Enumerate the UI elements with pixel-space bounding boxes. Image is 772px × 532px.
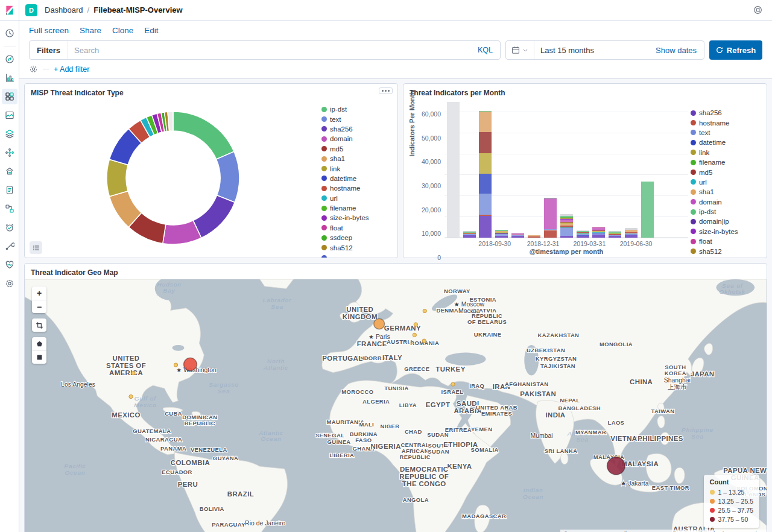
legend-item-url[interactable]: url (321, 194, 393, 203)
legend-item-sha256[interactable]: sha256 (321, 124, 393, 134)
legend-item-ip-dst[interactable]: ip-dst (321, 104, 393, 114)
panel-title[interactable]: MISP Threat Indicator Type (25, 84, 397, 98)
sidebar-item-maps[interactable] (2, 126, 17, 142)
donut-slice-sha256[interactable] (193, 195, 235, 238)
legend-toggle-button[interactable] (30, 241, 42, 254)
map-point-marker[interactable] (422, 339, 426, 343)
bar-11[interactable] (625, 228, 638, 238)
time-range-value[interactable]: Last 15 months (534, 46, 648, 55)
map-point-marker[interactable] (423, 309, 426, 312)
legend-item-domain|ip[interactable]: domain|ip (691, 217, 762, 226)
sidebar-item-recently-viewed[interactable] (2, 25, 17, 41)
sidebar-item-uptime[interactable] (2, 220, 17, 235)
calendar-button[interactable] (506, 41, 534, 59)
bar-3[interactable] (495, 230, 508, 238)
zoom-in-button[interactable]: + (32, 287, 46, 300)
toolbar-link-full-screen[interactable]: Full screen (29, 26, 69, 35)
donut-slice-link[interactable] (107, 159, 128, 196)
legend-item-datetime[interactable]: datetime (691, 138, 762, 147)
sidebar-item-machine-learning[interactable] (2, 145, 17, 160)
legend-item-filename[interactable]: filename (691, 157, 762, 167)
legend-item-sha1[interactable]: sha1 (321, 154, 393, 163)
sidebar-item-canvas[interactable] (2, 107, 17, 123)
panel-title[interactable]: Threat Indicators per Month (403, 84, 767, 98)
donut-slice-text[interactable] (217, 151, 239, 202)
sidebar-item-discover[interactable] (2, 51, 17, 67)
bar-2[interactable] (479, 111, 492, 238)
map-marker[interactable] (374, 318, 385, 329)
bar-12[interactable] (641, 182, 654, 238)
breadcrumb-dashboard-link[interactable]: Dashboard (45, 5, 83, 14)
map-point-marker[interactable] (451, 382, 455, 386)
legend-item-size-in-bytes[interactable]: size-in-bytes (321, 213, 393, 223)
toolbar-link-clone[interactable]: Clone (112, 26, 133, 35)
sidebar-item-metrics[interactable] (2, 163, 17, 179)
map-canvas[interactable]: HudsonBayLabradorSeaSea ofOkhotskNorthAt… (25, 279, 767, 532)
filters-button[interactable]: Filters (30, 41, 68, 59)
add-filter-link[interactable]: + Add filter (54, 65, 89, 74)
bar-6[interactable] (544, 198, 557, 238)
sidebar-item-stack-monitoring[interactable] (2, 257, 17, 273)
legend-item-hostname[interactable]: hostname (321, 183, 393, 193)
crop-tool-button[interactable] (32, 318, 46, 332)
sidebar-item-apm[interactable] (2, 201, 17, 217)
legend-item-float[interactable]: float (321, 223, 393, 233)
rectangle-tool-button[interactable] (32, 350, 46, 364)
legend-item-md5[interactable]: md5 (321, 144, 393, 154)
kql-button[interactable]: KQL (470, 46, 500, 54)
donut-slice-ip-dst[interactable] (173, 112, 234, 159)
bar-5[interactable] (528, 235, 540, 238)
legend-item-sha256[interactable]: sha256 (691, 108, 762, 118)
map-point-marker[interactable] (131, 372, 135, 375)
map-point-marker[interactable] (414, 323, 417, 326)
legend-item-hostname[interactable]: hostname (691, 118, 762, 127)
show-dates-link[interactable]: Show dates (648, 46, 704, 55)
donut-chart[interactable] (25, 98, 321, 258)
bar-10[interactable] (609, 231, 621, 238)
zoom-out-button[interactable]: − (32, 300, 46, 313)
bar-7[interactable] (560, 214, 573, 238)
legend-item-url[interactable]: url (691, 177, 762, 187)
legend-item-float[interactable]: float (691, 236, 762, 246)
bar-4[interactable] (511, 233, 524, 238)
toolbar-link-share[interactable]: Share (80, 26, 101, 35)
bar-8[interactable] (577, 230, 589, 238)
legend-item-text[interactable]: text (691, 128, 762, 138)
map-point-marker[interactable] (413, 333, 416, 337)
legend-item-domain[interactable]: domain (691, 197, 762, 207)
help-icon[interactable] (753, 5, 764, 16)
filter-settings-gear-icon[interactable] (29, 65, 38, 74)
sidebar-item-dev-tools[interactable] (2, 238, 17, 254)
map-marker[interactable] (607, 457, 625, 475)
legend-item-filename[interactable]: filename (321, 203, 393, 213)
legend-item-clipped[interactable] (321, 253, 393, 258)
legend-item-sha512[interactable]: sha512 (691, 246, 762, 256)
legend-item-domain[interactable]: domain (321, 134, 393, 144)
map-marker[interactable] (184, 358, 197, 370)
legend-item-datetime[interactable]: datetime (321, 174, 393, 183)
sidebar-item-visualize[interactable] (2, 70, 17, 86)
sidebar-item-logs[interactable] (2, 182, 17, 198)
legend-item-sha512[interactable]: sha512 (321, 242, 393, 252)
bar-chart-plot[interactable] (445, 102, 688, 238)
search-input[interactable] (68, 46, 470, 55)
legend-item-md5[interactable]: md5 (691, 167, 762, 177)
panel-options-button[interactable] (379, 87, 393, 94)
toolbar-link-edit[interactable]: Edit (144, 26, 158, 35)
kibana-logo[interactable] (0, 0, 19, 21)
legend-item-clipped[interactable] (691, 256, 762, 258)
bar-1[interactable] (463, 231, 476, 238)
legend-item-ssdeep[interactable]: ssdeep (321, 233, 393, 242)
legend-item-link[interactable]: link (321, 163, 393, 173)
legend-item-ip-dst[interactable]: ip-dst (691, 207, 762, 217)
legend-item-size-in-bytes[interactable]: size-in-bytes (691, 227, 762, 236)
polygon-tool-button[interactable] (32, 337, 46, 350)
legend-item-sha1[interactable]: sha1 (691, 187, 762, 197)
panel-title[interactable]: Threat Indicator Geo Map (25, 264, 767, 278)
sidebar-item-management[interactable] (2, 276, 17, 291)
map-point-marker[interactable] (174, 363, 177, 367)
bar-0[interactable] (447, 102, 460, 238)
legend-item-text[interactable]: text (321, 114, 393, 124)
sidebar-item-dashboard[interactable] (2, 89, 17, 104)
map-point-marker[interactable] (129, 394, 133, 398)
